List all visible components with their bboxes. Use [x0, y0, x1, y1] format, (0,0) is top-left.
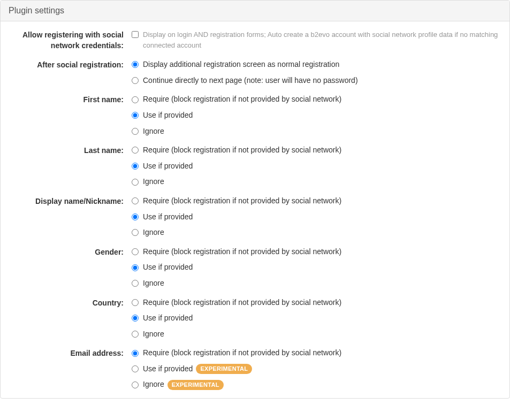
after-social-text-continue: Continue directly to next page (note: us…	[143, 75, 358, 86]
after-social-option-continue[interactable]: Continue directly to next page (note: us…	[132, 75, 501, 86]
country-option-provided[interactable]: Use if provided	[132, 313, 501, 324]
gender-text-require: Require (block registration if not provi…	[143, 247, 341, 257]
display-name-text-provided: Use if provided	[143, 212, 193, 223]
display-name-option-require[interactable]: Require (block registration if not provi…	[132, 196, 501, 207]
last-name-controls: Require (block registration if not provi…	[132, 145, 501, 187]
country-option-ignore[interactable]: Ignore	[132, 329, 501, 340]
country-text-require: Require (block registration if not provi…	[143, 297, 341, 308]
gender-option-ignore[interactable]: Ignore	[132, 278, 501, 289]
field-after-social: After social registration: Display addit…	[9, 59, 501, 86]
after-social-radio-additional[interactable]	[132, 61, 139, 68]
email-label: Email address:	[9, 348, 132, 390]
gender-radio-ignore[interactable]	[132, 280, 139, 287]
country-controls: Require (block registration if not provi…	[132, 297, 501, 340]
first-name-radio-ignore[interactable]	[132, 128, 139, 135]
after-social-radio-continue[interactable]	[132, 77, 139, 84]
last-name-radio-provided[interactable]	[132, 163, 139, 170]
email-controls: Require (block registration if not provi…	[132, 348, 501, 390]
email-text-ignore: Ignore	[143, 379, 164, 390]
gender-option-require[interactable]: Require (block registration if not provi…	[132, 247, 501, 257]
display-name-radio-ignore[interactable]	[132, 229, 139, 236]
country-text-ignore: Ignore	[143, 329, 164, 340]
gender-radio-provided[interactable]	[132, 264, 139, 271]
gender-radio-require[interactable]	[132, 248, 139, 255]
last-name-option-require[interactable]: Require (block registration if not provi…	[132, 145, 501, 156]
first-name-text-require: Require (block registration if not provi…	[143, 94, 341, 105]
last-name-text-provided: Use if provided	[143, 161, 193, 172]
last-name-option-provided[interactable]: Use if provided	[132, 161, 501, 172]
first-name-option-ignore[interactable]: Ignore	[132, 126, 501, 137]
first-name-controls: Require (block registration if not provi…	[132, 94, 501, 136]
gender-text-ignore: Ignore	[143, 278, 164, 289]
panel-title: Plugin settings	[1, 1, 509, 21]
display-name-radio-require[interactable]	[132, 197, 139, 204]
last-name-label: Last name:	[9, 145, 132, 187]
allow-register-desc: Display on login AND registration forms;…	[143, 29, 501, 50]
last-name-text-ignore: Ignore	[143, 177, 164, 187]
first-name-radio-provided[interactable]	[132, 112, 139, 119]
country-label: Country:	[9, 297, 132, 340]
email-text-require: Require (block registration if not provi…	[143, 348, 341, 358]
field-country: Country: Require (block registration if …	[9, 297, 501, 340]
gender-option-provided[interactable]: Use if provided	[132, 262, 501, 273]
field-email: Email address: Require (block registrati…	[9, 348, 501, 390]
email-radio-require[interactable]	[132, 350, 139, 357]
after-social-label: After social registration:	[9, 59, 132, 86]
email-text-provided: Use if provided	[143, 364, 193, 375]
country-option-require[interactable]: Require (block registration if not provi…	[132, 297, 501, 308]
last-name-text-require: Require (block registration if not provi…	[143, 145, 341, 156]
country-radio-require[interactable]	[132, 299, 139, 306]
country-radio-ignore[interactable]	[132, 331, 139, 338]
first-name-option-provided[interactable]: Use if provided	[132, 110, 501, 121]
field-allow-register: Allow registering with social network cr…	[9, 29, 501, 51]
allow-register-controls: Display on login AND registration forms;…	[132, 29, 501, 51]
field-first-name: First name: Require (block registration …	[9, 94, 501, 136]
email-radio-provided[interactable]	[132, 365, 139, 372]
email-option-require[interactable]: Require (block registration if not provi…	[132, 348, 501, 358]
display-name-option-ignore[interactable]: Ignore	[132, 227, 501, 238]
display-name-controls: Require (block registration if not provi…	[132, 196, 501, 238]
display-name-label: Display name/Nickname:	[9, 196, 132, 238]
field-display-name: Display name/Nickname: Require (block re…	[9, 196, 501, 238]
display-name-radio-provided[interactable]	[132, 213, 139, 220]
allow-register-row[interactable]: Display on login AND registration forms;…	[132, 29, 501, 50]
after-social-controls: Display additional registration screen a…	[132, 59, 501, 86]
experimental-badge: EXPERIMENTAL	[168, 380, 224, 390]
last-name-radio-require[interactable]	[132, 147, 139, 154]
plugin-settings-panel: Plugin settings Allow registering with s…	[0, 0, 510, 399]
first-name-text-ignore: Ignore	[143, 126, 164, 137]
experimental-badge: EXPERIMENTAL	[196, 364, 252, 374]
display-name-option-provided[interactable]: Use if provided	[132, 212, 501, 223]
country-radio-provided[interactable]	[132, 315, 139, 322]
email-radio-ignore[interactable]	[132, 381, 139, 388]
first-name-text-provided: Use if provided	[143, 110, 193, 121]
last-name-radio-ignore[interactable]	[132, 179, 139, 186]
gender-controls: Require (block registration if not provi…	[132, 247, 501, 289]
email-option-provided[interactable]: Use if provided EXPERIMENTAL	[132, 364, 501, 375]
after-social-option-additional[interactable]: Display additional registration screen a…	[132, 59, 501, 70]
display-name-text-ignore: Ignore	[143, 227, 164, 238]
field-gender: Gender: Require (block registration if n…	[9, 247, 501, 289]
panel-body: Allow registering with social network cr…	[1, 21, 509, 398]
country-text-provided: Use if provided	[143, 313, 193, 324]
email-option-ignore[interactable]: Ignore EXPERIMENTAL	[132, 379, 501, 390]
allow-register-label: Allow registering with social network cr…	[9, 29, 132, 51]
first-name-option-require[interactable]: Require (block registration if not provi…	[132, 94, 501, 105]
first-name-radio-require[interactable]	[132, 96, 139, 103]
after-social-text-additional: Display additional registration screen a…	[143, 59, 339, 70]
gender-text-provided: Use if provided	[143, 262, 193, 273]
allow-register-checkbox[interactable]	[132, 31, 139, 38]
field-last-name: Last name: Require (block registration i…	[9, 145, 501, 187]
first-name-label: First name:	[9, 94, 132, 136]
gender-label: Gender:	[9, 247, 132, 289]
display-name-text-require: Require (block registration if not provi…	[143, 196, 341, 207]
last-name-option-ignore[interactable]: Ignore	[132, 177, 501, 187]
